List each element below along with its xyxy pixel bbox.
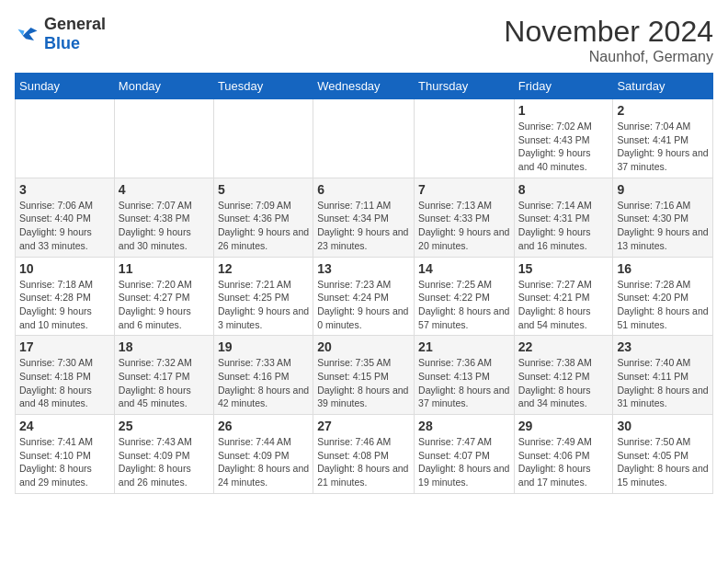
day-number: 26 [218, 419, 309, 433]
day-number: 4 [119, 182, 210, 197]
calendar-cell: 27Sunrise: 7:46 AM Sunset: 4:08 PM Dayli… [313, 415, 415, 494]
day-info: Sunrise: 7:09 AM Sunset: 4:36 PM Dayligh… [218, 199, 309, 253]
calendar-cell: 21Sunrise: 7:36 AM Sunset: 4:13 PM Dayli… [415, 336, 515, 415]
calendar-cell: 25Sunrise: 7:43 AM Sunset: 4:09 PM Dayli… [114, 415, 213, 494]
day-number: 25 [119, 419, 210, 433]
day-info: Sunrise: 7:40 AM Sunset: 4:11 PM Dayligh… [617, 356, 709, 410]
calendar-cell [16, 99, 115, 178]
day-number: 9 [617, 182, 709, 197]
calendar-week-row: 24Sunrise: 7:41 AM Sunset: 4:10 PM Dayli… [16, 415, 713, 494]
location: Naunhof, Germany [504, 49, 713, 65]
logo-bird-icon [15, 21, 40, 47]
day-info: Sunrise: 7:49 AM Sunset: 4:06 PM Dayligh… [518, 435, 609, 489]
title-block: November 2024 Naunhof, Germany [504, 15, 713, 65]
calendar-cell: 5Sunrise: 7:09 AM Sunset: 4:36 PM Daylig… [213, 178, 313, 257]
weekday-header-saturday: Saturday [613, 74, 713, 99]
day-info: Sunrise: 7:21 AM Sunset: 4:25 PM Dayligh… [218, 278, 309, 332]
weekday-header-wednesday: Wednesday [313, 74, 415, 99]
weekday-header-row: SundayMondayTuesdayWednesdayThursdayFrid… [16, 74, 713, 99]
day-number: 1 [518, 103, 609, 118]
day-number: 14 [418, 261, 510, 276]
calendar-cell: 10Sunrise: 7:18 AM Sunset: 4:28 PM Dayli… [16, 257, 115, 336]
svg-marker-0 [23, 28, 38, 40]
day-info: Sunrise: 7:47 AM Sunset: 4:07 PM Dayligh… [418, 435, 510, 489]
calendar-cell: 24Sunrise: 7:41 AM Sunset: 4:10 PM Dayli… [16, 415, 115, 494]
calendar-cell: 22Sunrise: 7:38 AM Sunset: 4:12 PM Dayli… [514, 336, 613, 415]
calendar-cell [313, 99, 415, 178]
day-info: Sunrise: 7:14 AM Sunset: 4:31 PM Dayligh… [518, 199, 609, 253]
day-info: Sunrise: 7:04 AM Sunset: 4:41 PM Dayligh… [617, 120, 709, 174]
calendar-cell: 2Sunrise: 7:04 AM Sunset: 4:41 PM Daylig… [613, 99, 713, 178]
calendar-cell: 8Sunrise: 7:14 AM Sunset: 4:31 PM Daylig… [514, 178, 613, 257]
calendar-cell: 12Sunrise: 7:21 AM Sunset: 4:25 PM Dayli… [213, 257, 313, 336]
logo-text-general: General [44, 15, 106, 33]
day-info: Sunrise: 7:23 AM Sunset: 4:24 PM Dayligh… [317, 278, 410, 332]
calendar-week-row: 3Sunrise: 7:06 AM Sunset: 4:40 PM Daylig… [16, 178, 713, 257]
day-number: 3 [19, 182, 110, 197]
calendar-body: 1Sunrise: 7:02 AM Sunset: 4:43 PM Daylig… [16, 99, 713, 494]
calendar-cell: 29Sunrise: 7:49 AM Sunset: 4:06 PM Dayli… [514, 415, 613, 494]
day-number: 27 [317, 419, 410, 433]
calendar-cell [213, 99, 313, 178]
logo: General Blue [15, 15, 106, 53]
logo-text-blue: Blue [44, 34, 80, 52]
day-number: 17 [19, 339, 110, 354]
day-info: Sunrise: 7:33 AM Sunset: 4:16 PM Dayligh… [218, 356, 309, 410]
day-info: Sunrise: 7:32 AM Sunset: 4:17 PM Dayligh… [119, 356, 210, 410]
calendar-cell: 13Sunrise: 7:23 AM Sunset: 4:24 PM Dayli… [313, 257, 415, 336]
calendar-cell: 19Sunrise: 7:33 AM Sunset: 4:16 PM Dayli… [213, 336, 313, 415]
calendar-cell: 6Sunrise: 7:11 AM Sunset: 4:34 PM Daylig… [313, 178, 415, 257]
day-number: 13 [317, 261, 410, 276]
weekday-header-thursday: Thursday [415, 74, 515, 99]
day-info: Sunrise: 7:46 AM Sunset: 4:08 PM Dayligh… [317, 435, 410, 489]
calendar-week-row: 17Sunrise: 7:30 AM Sunset: 4:18 PM Dayli… [16, 336, 713, 415]
day-info: Sunrise: 7:02 AM Sunset: 4:43 PM Dayligh… [518, 120, 609, 174]
calendar-cell: 23Sunrise: 7:40 AM Sunset: 4:11 PM Dayli… [613, 336, 713, 415]
calendar-cell: 20Sunrise: 7:35 AM Sunset: 4:15 PM Dayli… [313, 336, 415, 415]
page-header: General Blue November 2024 Naunhof, Germ… [15, 15, 713, 65]
calendar-cell: 14Sunrise: 7:25 AM Sunset: 4:22 PM Dayli… [415, 257, 515, 336]
day-number: 15 [518, 261, 609, 276]
day-number: 23 [617, 339, 709, 354]
calendar-cell [114, 99, 213, 178]
day-info: Sunrise: 7:43 AM Sunset: 4:09 PM Dayligh… [119, 435, 210, 489]
calendar-cell: 4Sunrise: 7:07 AM Sunset: 4:38 PM Daylig… [114, 178, 213, 257]
day-number: 24 [19, 419, 110, 433]
day-number: 6 [317, 182, 410, 197]
day-info: Sunrise: 7:50 AM Sunset: 4:05 PM Dayligh… [617, 435, 709, 489]
calendar-cell: 16Sunrise: 7:28 AM Sunset: 4:20 PM Dayli… [613, 257, 713, 336]
calendar-table: SundayMondayTuesdayWednesdayThursdayFrid… [15, 73, 713, 494]
day-number: 19 [218, 339, 309, 354]
calendar-cell: 26Sunrise: 7:44 AM Sunset: 4:09 PM Dayli… [213, 415, 313, 494]
day-number: 18 [119, 339, 210, 354]
day-number: 30 [617, 419, 709, 433]
day-number: 20 [317, 339, 410, 354]
calendar-cell: 15Sunrise: 7:27 AM Sunset: 4:21 PM Dayli… [514, 257, 613, 336]
calendar-header: SundayMondayTuesdayWednesdayThursdayFrid… [16, 74, 713, 99]
day-info: Sunrise: 7:18 AM Sunset: 4:28 PM Dayligh… [19, 278, 110, 332]
calendar-cell: 17Sunrise: 7:30 AM Sunset: 4:18 PM Dayli… [16, 336, 115, 415]
day-info: Sunrise: 7:44 AM Sunset: 4:09 PM Dayligh… [218, 435, 309, 489]
weekday-header-sunday: Sunday [16, 74, 115, 99]
day-info: Sunrise: 7:36 AM Sunset: 4:13 PM Dayligh… [418, 356, 510, 410]
calendar-cell: 9Sunrise: 7:16 AM Sunset: 4:30 PM Daylig… [613, 178, 713, 257]
day-number: 12 [218, 261, 309, 276]
day-info: Sunrise: 7:16 AM Sunset: 4:30 PM Dayligh… [617, 199, 709, 253]
month-title: November 2024 [504, 15, 713, 49]
calendar-cell: 30Sunrise: 7:50 AM Sunset: 4:05 PM Dayli… [613, 415, 713, 494]
calendar-cell: 3Sunrise: 7:06 AM Sunset: 4:40 PM Daylig… [16, 178, 115, 257]
day-info: Sunrise: 7:20 AM Sunset: 4:27 PM Dayligh… [119, 278, 210, 332]
weekday-header-friday: Friday [514, 74, 613, 99]
day-info: Sunrise: 7:13 AM Sunset: 4:33 PM Dayligh… [418, 199, 510, 253]
day-number: 2 [617, 103, 709, 118]
day-number: 29 [518, 419, 609, 433]
calendar-cell [415, 99, 515, 178]
calendar-cell: 28Sunrise: 7:47 AM Sunset: 4:07 PM Dayli… [415, 415, 515, 494]
day-info: Sunrise: 7:07 AM Sunset: 4:38 PM Dayligh… [119, 199, 210, 253]
calendar-cell: 18Sunrise: 7:32 AM Sunset: 4:17 PM Dayli… [114, 336, 213, 415]
day-info: Sunrise: 7:35 AM Sunset: 4:15 PM Dayligh… [317, 356, 410, 410]
day-info: Sunrise: 7:28 AM Sunset: 4:20 PM Dayligh… [617, 278, 709, 332]
calendar-week-row: 10Sunrise: 7:18 AM Sunset: 4:28 PM Dayli… [16, 257, 713, 336]
day-number: 5 [218, 182, 309, 197]
day-info: Sunrise: 7:06 AM Sunset: 4:40 PM Dayligh… [19, 199, 110, 253]
